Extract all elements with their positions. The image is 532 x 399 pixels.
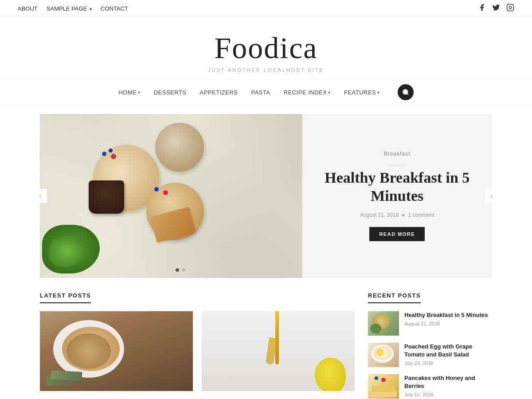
sidebar: RECENT POSTS Healthy Breakfast in 5 Minu… <box>368 291 492 399</box>
nav-recipe-index[interactable]: RECIPE INDEX ▾ <box>284 89 331 96</box>
sample-page-link[interactable]: SAMPLE PAGE <box>47 5 87 12</box>
nav-features[interactable]: FEATURES ▾ <box>344 89 380 96</box>
read-more-button[interactable]: READ MORE <box>369 227 425 241</box>
top-nav: ABOUT SAMPLE PAGE ▾ CONTACT <box>18 5 128 12</box>
recent-post-thumb-1 <box>368 311 399 336</box>
recent-post-title-2: Poached Egg with Grape Tomato and Basil … <box>404 343 492 359</box>
hero-divider <box>388 165 406 165</box>
recent-post-date-1: August 21, 2018 <box>404 321 488 326</box>
svg-point-2 <box>403 90 408 94</box>
twitter-icon[interactable] <box>492 4 500 13</box>
site-subtitle: JUST ANOTHER LOCALHOST SITE <box>9 67 523 73</box>
contact-link[interactable]: CONTACT <box>101 5 128 12</box>
slider-dot-1[interactable] <box>176 268 179 272</box>
main-nav: HOME ▾ DESSERTS APPETIZERS PASTA RECIPE … <box>0 79 532 105</box>
site-header: Foodica JUST ANOTHER LOCALHOST SITE <box>0 17 532 79</box>
slider-dot-2[interactable] <box>182 268 185 272</box>
recent-post-thumb-3 <box>368 374 399 399</box>
facebook-icon[interactable] <box>478 4 486 13</box>
search-button[interactable] <box>398 84 414 100</box>
posts-grid <box>40 311 355 391</box>
hero-meta: August 21, 2018 1 comment <box>360 212 434 218</box>
top-bar: ABOUT SAMPLE PAGE ▾ CONTACT <box>0 0 532 17</box>
sample-page-wrapper[interactable]: SAMPLE PAGE ▾ <box>47 5 92 12</box>
nav-home-arrow: ▾ <box>138 90 141 95</box>
nav-appetizers[interactable]: APPETIZERS <box>200 89 238 96</box>
post-image-1 <box>40 311 193 391</box>
about-link[interactable]: ABOUT <box>18 5 38 12</box>
slider-dots <box>176 268 185 272</box>
recent-post-title-3: Pancakes with Honey and Berries <box>404 374 492 390</box>
hero-content: Breakfast Healthy Breakfast in 5 Minutes… <box>302 114 492 278</box>
post-thumbnail-1 <box>40 311 193 391</box>
svg-line-3 <box>407 94 408 95</box>
hero-image <box>40 114 302 278</box>
recent-post-title-1: Healthy Breakfast in 5 Minutes <box>404 311 488 319</box>
recent-post-info-2: Poached Egg with Grape Tomato and Basil … <box>404 343 492 366</box>
recent-post-date-3: July 10, 2018 <box>404 392 492 397</box>
recent-post-info-3: Pancakes with Honey and Berries July 10,… <box>404 374 492 397</box>
hero-comments: 1 comment <box>408 212 434 218</box>
recent-post-image-3 <box>368 374 399 399</box>
social-icons <box>478 4 514 13</box>
instagram-icon[interactable] <box>506 4 514 13</box>
recent-post-thumb-2 <box>368 343 399 367</box>
recent-post-image-2 <box>368 343 399 367</box>
nav-pasta[interactable]: PASTA <box>251 89 270 96</box>
hero-category: Breakfast <box>384 151 411 157</box>
slider-next[interactable]: › <box>485 189 492 203</box>
post-image-2 <box>202 311 355 391</box>
recent-post-3[interactable]: Pancakes with Honey and Berries July 10,… <box>368 374 492 399</box>
svg-rect-0 <box>507 4 514 11</box>
hero-meta-bullet <box>402 214 404 216</box>
nav-recipe-arrow: ▾ <box>328 90 331 95</box>
hero-slider: ‹ <box>40 114 492 278</box>
nav-features-arrow: ▾ <box>377 90 380 95</box>
post-thumbnail-2 <box>202 311 355 391</box>
recent-post-2[interactable]: Poached Egg with Grape Tomato and Basil … <box>368 343 492 367</box>
recent-post-1[interactable]: Healthy Breakfast in 5 Minutes August 21… <box>368 311 492 336</box>
post-card-2[interactable] <box>202 311 355 391</box>
post-card-1[interactable] <box>40 311 193 391</box>
nav-home[interactable]: HOME ▾ <box>118 89 141 96</box>
site-title: Foodica <box>9 31 523 66</box>
recent-post-info-1: Healthy Breakfast in 5 Minutes August 21… <box>404 311 488 326</box>
main-content: LATEST POSTS <box>40 291 355 399</box>
recent-post-image-1 <box>368 311 399 336</box>
recent-posts-list: Healthy Breakfast in 5 Minutes August 21… <box>368 311 492 399</box>
recent-posts-title: RECENT POSTS <box>368 292 421 303</box>
latest-posts-title: LATEST POSTS <box>40 292 91 303</box>
slider-prev[interactable]: ‹ <box>40 189 47 203</box>
sample-page-arrow: ▾ <box>90 7 92 12</box>
nav-desserts[interactable]: DESSERTS <box>154 89 187 96</box>
recent-post-date-2: July 23, 2018 <box>404 360 492 366</box>
hero-date: August 21, 2018 <box>360 212 399 218</box>
content-area: LATEST POSTS <box>0 278 532 399</box>
hero-title: Healthy Breakfast in 5 Minutes <box>320 169 474 205</box>
